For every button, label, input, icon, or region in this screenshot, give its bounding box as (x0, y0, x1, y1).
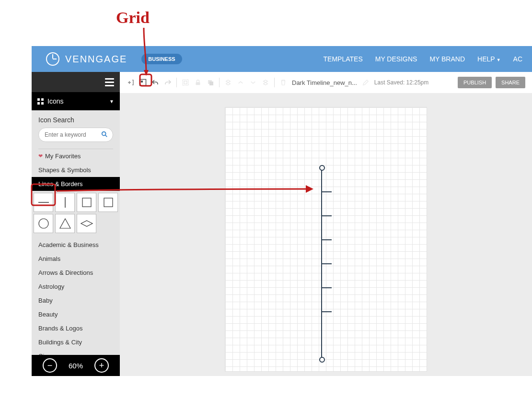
editor-toolbar: Dark Timeline_new_n... Last Saved: 12:25… (120, 72, 532, 93)
timeline-tick[interactable] (322, 239, 332, 240)
shape-triangle[interactable] (55, 214, 75, 233)
shape-diamond[interactable] (77, 214, 96, 233)
cat-academic-business[interactable]: Academic & Business (32, 238, 120, 252)
nav-account-truncated[interactable]: AC (513, 55, 522, 63)
sidebar-hamburger-row (32, 72, 120, 92)
timeline-tick[interactable] (322, 215, 332, 216)
search-icon[interactable] (101, 131, 108, 139)
group-icon[interactable] (182, 79, 189, 86)
sidebar: Icons ▼ Icon Search ❤ My Favorites Shape… (32, 72, 120, 376)
cat-baby[interactable]: Baby (32, 294, 120, 307)
cat-lines-borders[interactable]: Lines & Borders (32, 177, 120, 191)
timeline-endpoint-top[interactable] (319, 165, 325, 171)
document-name[interactable]: Dark Timeline_new_n... (292, 79, 357, 86)
undo-icon[interactable] (151, 79, 159, 86)
cat-beauty[interactable]: Beauty (32, 307, 120, 321)
bring-forward-icon[interactable] (237, 79, 244, 86)
shape-circle[interactable] (34, 214, 53, 233)
search-box[interactable] (38, 128, 113, 142)
sidebar-category-dropdown[interactable]: Icons ▼ (32, 92, 120, 110)
svg-rect-11 (183, 80, 188, 85)
svg-marker-7 (60, 219, 70, 228)
cat-astrology[interactable]: Astrology (32, 280, 120, 294)
shapes-grid (32, 191, 120, 235)
svg-marker-8 (81, 221, 93, 226)
grid-toggle-button[interactable] (139, 79, 147, 86)
timeline-endpoint-bottom[interactable] (319, 357, 325, 363)
cat-animals[interactable]: Animals (32, 252, 120, 266)
timeline-tick[interactable] (322, 311, 332, 312)
publish-button[interactable]: PUBLISH (458, 77, 492, 88)
svg-point-6 (39, 219, 48, 228)
last-saved-label: Last Saved: 12:25pm (374, 79, 428, 86)
svg-rect-5 (104, 198, 113, 207)
share-button[interactable]: SHARE (496, 77, 525, 88)
brand-name: VENNGAGE (65, 54, 127, 65)
nav-my-brand[interactable]: MY BRAND (429, 55, 465, 63)
chevron-down-icon: ▼ (109, 99, 114, 104)
cat-my-favorites[interactable]: ❤ My Favorites (32, 149, 120, 163)
separator (176, 78, 177, 87)
shape-square-thick[interactable] (98, 193, 118, 212)
timeline-tick[interactable] (322, 191, 332, 192)
svg-rect-4 (82, 198, 91, 207)
zoom-bar: − 60% + (32, 355, 120, 376)
logo-area: VENNGAGE BUSINESS (32, 52, 182, 66)
send-to-back-icon[interactable] (262, 79, 269, 86)
svg-line-1 (105, 135, 107, 137)
shape-vertical-line[interactable] (55, 193, 75, 212)
annotation-grid-label: Grid (116, 9, 150, 27)
cat-brands-logos[interactable]: Brands & Logos (32, 321, 120, 335)
clock-logo-icon (46, 52, 59, 66)
icon-search-area: Icon Search (32, 110, 120, 147)
svg-point-0 (102, 131, 106, 135)
plan-badge[interactable]: BUSINESS (141, 54, 182, 64)
separator (219, 78, 220, 87)
zoom-value: 60% (69, 362, 83, 370)
timeline-tick[interactable] (322, 263, 332, 264)
separator (274, 78, 275, 87)
lock-icon[interactable] (194, 79, 202, 86)
chevron-down-icon: ▼ (497, 58, 501, 62)
svg-rect-13 (196, 82, 200, 85)
svg-rect-15 (209, 82, 213, 85)
edit-name-icon[interactable] (362, 79, 370, 86)
redo-icon[interactable] (164, 79, 172, 86)
shape-square-thin[interactable] (77, 193, 96, 212)
zoom-out-button[interactable]: − (43, 358, 57, 373)
cat-arrows-directions[interactable]: Arrows & Directions (32, 266, 120, 280)
svg-rect-10 (141, 81, 143, 82)
main-nav: TEMPLATES MY DESIGNS MY BRAND HELP▼ AC (324, 55, 532, 63)
nav-my-designs[interactable]: MY DESIGNS (375, 55, 417, 63)
delete-icon[interactable] (279, 79, 287, 86)
grid-icon (37, 98, 44, 105)
sidebar-category-label: Icons (47, 97, 63, 105)
search-input[interactable] (44, 131, 101, 139)
cat-buildings-city[interactable]: Buildings & City (32, 335, 120, 349)
cat-shapes-symbols[interactable]: Shapes & Symbols (32, 163, 120, 177)
snap-icon[interactable] (127, 79, 134, 86)
send-backward-icon[interactable] (249, 79, 257, 86)
nav-help[interactable]: HELP▼ (477, 55, 501, 63)
copy-icon[interactable] (207, 79, 214, 86)
zoom-in-button[interactable]: + (94, 358, 109, 373)
bring-to-front-icon[interactable] (224, 79, 232, 86)
svg-rect-12 (184, 81, 187, 84)
design-canvas[interactable] (225, 107, 427, 371)
heart-icon: ❤ (38, 153, 43, 159)
timeline-tick[interactable] (322, 287, 332, 288)
hamburger-icon[interactable] (105, 78, 114, 86)
canvas-area[interactable] (120, 93, 532, 376)
shape-line[interactable] (34, 193, 53, 212)
nav-templates[interactable]: TEMPLATES (324, 55, 363, 63)
app-header: VENNGAGE BUSINESS TEMPLATES MY DESIGNS M… (32, 46, 532, 72)
search-title: Icon Search (38, 116, 113, 124)
